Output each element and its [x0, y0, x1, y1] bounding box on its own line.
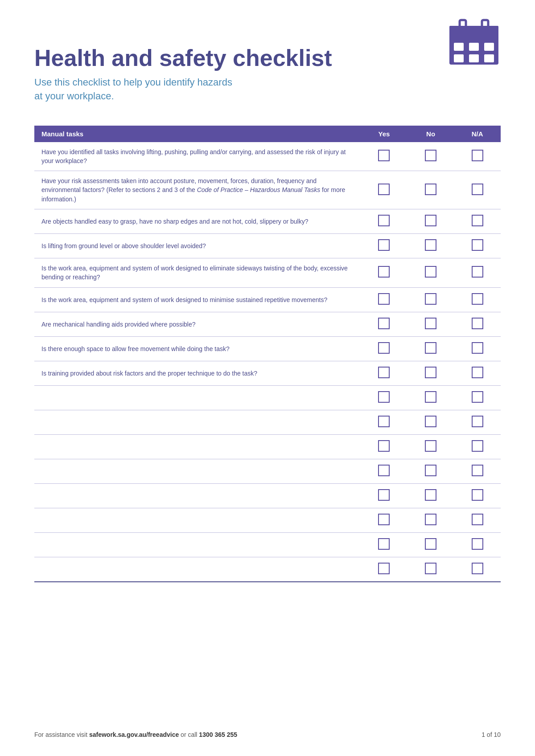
empty-question-cell [34, 557, 361, 582]
table-row: Is the work area, equipment and system o… [34, 258, 501, 288]
table-row: Are objects handled easy to grasp, have … [34, 209, 501, 234]
question-cell: Is lifting from ground level or above sh… [34, 234, 361, 258]
col-header-section: Manual tasks [34, 126, 361, 142]
page-subtitle: Use this checklist to help you identify … [34, 76, 501, 103]
checkbox-no[interactable] [407, 385, 454, 410]
checkbox-yes[interactable] [361, 434, 407, 459]
checkbox-na[interactable] [454, 209, 501, 234]
checkbox-no[interactable] [407, 312, 454, 336]
table-row: Is training provided about risk factors … [34, 361, 501, 385]
checkbox-yes[interactable] [361, 459, 407, 483]
svg-rect-5 [469, 43, 479, 51]
checkbox-na[interactable] [454, 312, 501, 336]
table-row [34, 532, 501, 557]
checkbox-na[interactable] [454, 234, 501, 258]
svg-rect-7 [454, 54, 464, 62]
checkbox-yes[interactable] [361, 209, 407, 234]
checkbox-yes[interactable] [361, 532, 407, 557]
empty-question-cell [34, 434, 361, 459]
question-cell: Is the work area, equipment and system o… [34, 258, 361, 288]
checkbox-no[interactable] [407, 483, 454, 508]
footer-link: safework.sa.gov.au/freeadvice [89, 731, 179, 738]
checkbox-no[interactable] [407, 234, 454, 258]
empty-question-cell [34, 508, 361, 532]
checkbox-yes[interactable] [361, 557, 407, 582]
question-cell: Are objects handled easy to grasp, have … [34, 209, 361, 234]
page-title: Health and safety checklist [34, 45, 501, 71]
checkbox-no[interactable] [407, 287, 454, 312]
empty-question-cell [34, 459, 361, 483]
col-header-yes: Yes [361, 126, 407, 142]
checkbox-yes[interactable] [361, 508, 407, 532]
table-row: Are mechanical handling aids provided wh… [34, 312, 501, 336]
question-cell: Have you identified all tasks involving … [34, 142, 361, 171]
question-cell: Have your risk assessments taken into ac… [34, 171, 361, 209]
checkbox-no[interactable] [407, 336, 454, 361]
checkbox-na[interactable] [454, 532, 501, 557]
checkbox-no[interactable] [407, 459, 454, 483]
checkbox-na[interactable] [454, 336, 501, 361]
footer: For assistance visit safework.sa.gov.au/… [34, 731, 501, 738]
checkbox-na[interactable] [454, 258, 501, 288]
svg-rect-6 [484, 43, 494, 51]
table-row [34, 434, 501, 459]
table-row: Is lifting from ground level or above sh… [34, 234, 501, 258]
table-row [34, 483, 501, 508]
checkbox-no[interactable] [407, 142, 454, 171]
checkbox-na[interactable] [454, 434, 501, 459]
table-row [34, 508, 501, 532]
checkbox-yes[interactable] [361, 361, 407, 385]
checkbox-yes[interactable] [361, 234, 407, 258]
footer-phone: 1300 365 255 [199, 731, 237, 738]
empty-question-cell [34, 410, 361, 434]
footer-right: 1 of 10 [482, 731, 501, 738]
checkbox-yes[interactable] [361, 171, 407, 209]
col-header-na: N/A [454, 126, 501, 142]
checkbox-no[interactable] [407, 434, 454, 459]
checkbox-na[interactable] [454, 361, 501, 385]
svg-rect-8 [469, 54, 479, 62]
question-cell: Is training provided about risk factors … [34, 361, 361, 385]
checkbox-yes[interactable] [361, 483, 407, 508]
table-row: Is there enough space to allow free move… [34, 336, 501, 361]
table-row [34, 557, 501, 582]
svg-rect-3 [449, 26, 498, 38]
calendar-icon [447, 18, 501, 67]
col-header-no: No [407, 126, 454, 142]
checkbox-no[interactable] [407, 171, 454, 209]
svg-rect-4 [454, 43, 464, 51]
question-cell: Are mechanical handling aids provided wh… [34, 312, 361, 336]
checkbox-na[interactable] [454, 459, 501, 483]
checkbox-yes[interactable] [361, 385, 407, 410]
table-row [34, 410, 501, 434]
checkbox-yes[interactable] [361, 287, 407, 312]
calendar-icon-container [447, 18, 501, 69]
checkbox-no[interactable] [407, 410, 454, 434]
checkbox-no[interactable] [407, 557, 454, 582]
table-row [34, 385, 501, 410]
checkbox-na[interactable] [454, 171, 501, 209]
checkbox-yes[interactable] [361, 336, 407, 361]
checkbox-na[interactable] [454, 287, 501, 312]
checkbox-na[interactable] [454, 508, 501, 532]
checkbox-no[interactable] [407, 532, 454, 557]
footer-or-call: or call [179, 731, 199, 738]
checkbox-na[interactable] [454, 410, 501, 434]
checkbox-na[interactable] [454, 483, 501, 508]
checkbox-no[interactable] [407, 209, 454, 234]
checkbox-no[interactable] [407, 258, 454, 288]
checkbox-na[interactable] [454, 557, 501, 582]
checkbox-yes[interactable] [361, 258, 407, 288]
page-number: 1 of 10 [482, 731, 501, 738]
checkbox-yes[interactable] [361, 312, 407, 336]
footer-assist-text: For assistance visit [34, 731, 89, 738]
checkbox-yes[interactable] [361, 142, 407, 171]
checkbox-no[interactable] [407, 361, 454, 385]
checkbox-no[interactable] [407, 508, 454, 532]
checkbox-yes[interactable] [361, 410, 407, 434]
checkbox-na[interactable] [454, 142, 501, 171]
footer-left: For assistance visit safework.sa.gov.au/… [34, 731, 237, 738]
checkbox-na[interactable] [454, 385, 501, 410]
empty-question-cell [34, 532, 361, 557]
table-header-row: Manual tasks Yes No N/A [34, 126, 501, 142]
